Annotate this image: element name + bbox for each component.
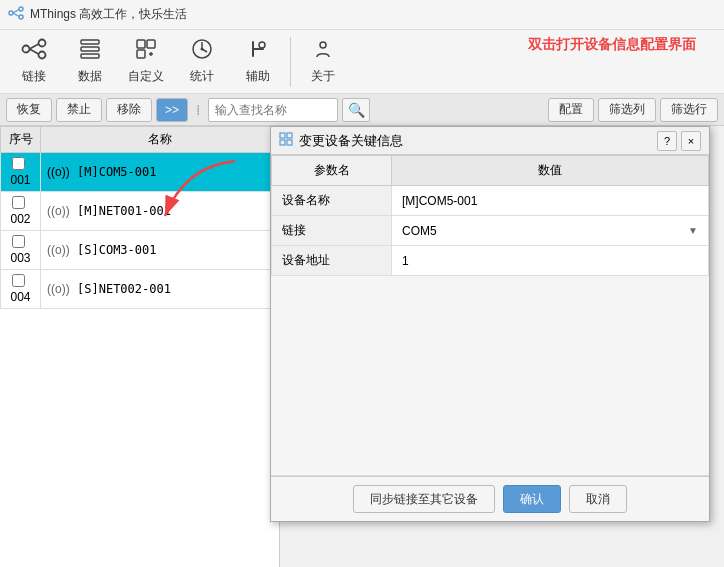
- stats-icon: [191, 38, 213, 66]
- title-bar: MThings 高效工作，快乐生活: [0, 0, 724, 30]
- svg-point-22: [259, 42, 265, 48]
- param-label: 链接: [272, 216, 392, 246]
- remove-button[interactable]: 移除: [106, 98, 152, 122]
- toolbar-custom[interactable]: 自定义: [120, 35, 172, 89]
- svg-point-0: [9, 11, 13, 15]
- toolbar-data-label: 数据: [78, 68, 102, 85]
- device-name: [M]NET001-001: [77, 204, 171, 218]
- svg-rect-28: [287, 140, 292, 145]
- signal-icon: ((o)): [47, 243, 70, 257]
- param-value-text: COM5: [402, 224, 437, 238]
- svg-line-8: [30, 44, 39, 49]
- toolbar-link[interactable]: 链接: [8, 35, 60, 89]
- toolbar-about[interactable]: 关于: [297, 35, 349, 89]
- device-name-cell: ((o)) [M]NET001-001: [41, 192, 279, 231]
- svg-point-21: [201, 48, 204, 51]
- svg-point-6: [39, 40, 46, 47]
- param-value[interactable]: COM5 ▼: [392, 216, 709, 246]
- device-num: 004: [1, 270, 41, 309]
- dialog-icon: [279, 132, 293, 149]
- search-input[interactable]: [208, 98, 338, 122]
- param-label: 设备地址: [272, 246, 392, 276]
- device-num: 002: [1, 192, 41, 231]
- device-row[interactable]: 002 ((o)) [M]NET001-001: [1, 192, 279, 231]
- filter-row-button[interactable]: 筛选行: [660, 98, 718, 122]
- dialog-col-value: 数值: [392, 156, 709, 186]
- svg-point-5: [23, 46, 30, 53]
- svg-rect-26: [287, 133, 292, 138]
- device-checkbox[interactable]: [12, 157, 25, 170]
- main-area: 序号 名称 001 ((o)) [M]COM5-001 002 ((o)) [M…: [0, 126, 724, 567]
- device-table: 序号 名称 001 ((o)) [M]COM5-001 002 ((o)) [M…: [0, 126, 279, 309]
- svg-rect-10: [81, 40, 99, 44]
- action-bar: 恢复 禁止 移除 >> ⁞ 🔍 配置 筛选列 筛选行: [0, 94, 724, 126]
- config-button[interactable]: 配置: [548, 98, 594, 122]
- toolbar: 链接 数据 自定义: [0, 30, 724, 94]
- dialog-col-param: 参数名: [272, 156, 392, 186]
- dialog-param-row: 链接 COM5 ▼: [272, 216, 709, 246]
- svg-line-9: [30, 49, 39, 54]
- device-checkbox[interactable]: [12, 196, 25, 209]
- sync-button[interactable]: 同步链接至其它设备: [353, 485, 495, 513]
- svg-rect-15: [137, 50, 145, 58]
- device-num: 003: [1, 231, 41, 270]
- device-list-panel: 序号 名称 001 ((o)) [M]COM5-001 002 ((o)) [M…: [0, 126, 280, 567]
- signal-icon: ((o)): [47, 204, 70, 218]
- svg-rect-11: [81, 47, 99, 51]
- arrow-button[interactable]: >>: [156, 98, 188, 122]
- svg-rect-27: [280, 140, 285, 145]
- svg-point-7: [39, 52, 46, 59]
- disable-button[interactable]: 禁止: [56, 98, 102, 122]
- about-icon: [312, 38, 334, 66]
- col-name: 名称: [41, 127, 279, 153]
- dialog-help-button[interactable]: ?: [657, 131, 677, 151]
- dialog-title-bar: 变更设备关键信息 ? ×: [271, 127, 709, 155]
- device-name-cell: ((o)) [S]NET002-001: [41, 270, 279, 309]
- app-title: MThings 高效工作，快乐生活: [30, 6, 187, 23]
- device-config-dialog: 变更设备关键信息 ? × 参数名 数值 设备名称 [M]COM5-001 链接: [270, 126, 710, 522]
- data-icon: [79, 38, 101, 66]
- toolbar-assist-label: 辅助: [246, 68, 270, 85]
- svg-point-2: [19, 15, 23, 19]
- app-icon: [8, 5, 24, 25]
- svg-point-1: [19, 7, 23, 11]
- device-row[interactable]: 004 ((o)) [S]NET002-001: [1, 270, 279, 309]
- device-name-cell: ((o)) [M]COM5-001: [41, 153, 279, 192]
- toolbar-data[interactable]: 数据: [64, 35, 116, 89]
- custom-icon: [135, 38, 157, 66]
- search-button[interactable]: 🔍: [342, 98, 370, 122]
- device-checkbox[interactable]: [12, 274, 25, 287]
- param-label: 设备名称: [272, 186, 392, 216]
- svg-line-3: [13, 9, 19, 13]
- filter-col-button[interactable]: 筛选列: [598, 98, 656, 122]
- svg-rect-13: [137, 40, 145, 48]
- separator: ⁞: [192, 102, 204, 118]
- dialog-param-row: 设备地址 1: [272, 246, 709, 276]
- dialog-param-row: 设备名称 [M]COM5-001: [272, 186, 709, 216]
- dialog-content: 参数名 数值 设备名称 [M]COM5-001 链接 COM5 ▼ 设备地址: [271, 155, 709, 476]
- confirm-button[interactable]: 确认: [503, 485, 561, 513]
- svg-rect-25: [280, 133, 285, 138]
- dialog-close-button[interactable]: ×: [681, 131, 701, 151]
- annotation-text: 双击打开设备信息配置界面: [528, 36, 696, 54]
- device-num: 001: [1, 153, 41, 192]
- toolbar-assist[interactable]: 辅助: [232, 35, 284, 89]
- device-row[interactable]: 003 ((o)) [S]COM3-001: [1, 231, 279, 270]
- search-icon: 🔍: [348, 102, 365, 118]
- svg-point-23: [320, 42, 326, 48]
- device-row[interactable]: 001 ((o)) [M]COM5-001: [1, 153, 279, 192]
- restore-button[interactable]: 恢复: [6, 98, 52, 122]
- toolbar-link-label: 链接: [22, 68, 46, 85]
- signal-icon: ((o)): [47, 165, 70, 179]
- toolbar-custom-label: 自定义: [128, 68, 164, 85]
- device-name: [S]COM3-001: [77, 243, 156, 257]
- signal-icon: ((o)): [47, 282, 70, 296]
- param-value[interactable]: [M]COM5-001: [392, 186, 709, 216]
- svg-line-4: [13, 13, 19, 17]
- toolbar-stats-label: 统计: [190, 68, 214, 85]
- cancel-button[interactable]: 取消: [569, 485, 627, 513]
- toolbar-stats[interactable]: 统计: [176, 35, 228, 89]
- param-value[interactable]: 1: [392, 246, 709, 276]
- device-checkbox[interactable]: [12, 235, 25, 248]
- dialog-title: 变更设备关键信息: [299, 132, 657, 150]
